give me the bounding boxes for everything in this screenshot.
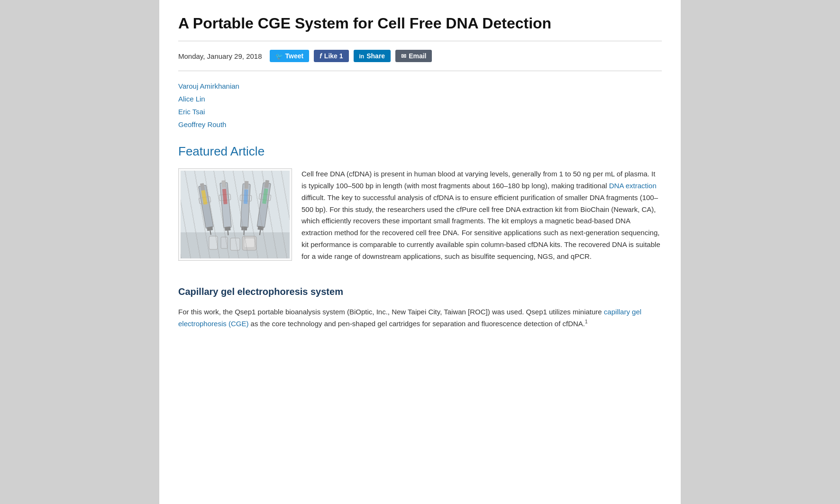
- svg-rect-21: [265, 180, 269, 188]
- capillary-footnote: 1: [585, 319, 588, 324]
- capillary-paragraph: For this work, the Qsep1 portable bioana…: [178, 306, 662, 330]
- svg-rect-27: [221, 237, 228, 248]
- svg-rect-26: [209, 236, 218, 249]
- svg-line-17: [244, 230, 244, 235]
- capillary-section: Capillary gel electrophoresis system For…: [178, 284, 662, 330]
- author-link-1[interactable]: Varouj Amirkhanian: [178, 80, 662, 92]
- svg-rect-24: [259, 194, 271, 201]
- email-button[interactable]: Email: [395, 50, 432, 62]
- svg-rect-22: [257, 226, 264, 231]
- svg-rect-9: [221, 181, 226, 188]
- tweet-label: Tweet: [285, 52, 304, 60]
- article-title: A Portable CGE System for Cell Free DNA …: [178, 14, 662, 32]
- email-icon: [401, 52, 406, 60]
- svg-line-11: [228, 231, 228, 236]
- svg-rect-3: [200, 183, 205, 191]
- svg-rect-30: [245, 238, 254, 247]
- featured-body-2: difficult. The key to successful analysi…: [301, 193, 660, 260]
- svg-rect-0: [181, 171, 290, 258]
- svg-rect-13: [222, 189, 228, 205]
- featured-article-heading: Featured Article: [178, 144, 662, 159]
- capillary-body-1: For this work, the Qsep1 portable bioana…: [178, 308, 604, 316]
- linkedin-icon: [359, 52, 365, 60]
- capillary-heading: Capillary gel electrophoresis system: [178, 284, 662, 300]
- svg-rect-16: [241, 227, 247, 231]
- featured-content: Cell free DNA (cfDNA) is present in huma…: [178, 168, 662, 270]
- share-label: Share: [366, 52, 385, 60]
- svg-rect-19: [244, 190, 248, 204]
- svg-rect-28: [230, 238, 240, 250]
- article-image-svg: [181, 171, 290, 258]
- svg-rect-14: [240, 184, 250, 228]
- svg-rect-15: [245, 181, 249, 189]
- author-link-2[interactable]: Alice Lin: [178, 92, 662, 105]
- featured-body-1: Cell free DNA (cfDNA) is present in huma…: [301, 170, 655, 190]
- meta-row: Monday, January 29, 2018 Tweet Like 1 Sh…: [178, 50, 662, 62]
- author-link-4[interactable]: Geoffrey Routh: [178, 118, 662, 131]
- share-button[interactable]: Share: [354, 50, 391, 62]
- svg-line-23: [260, 230, 261, 235]
- page-container: A Portable CGE System for Cell Free DNA …: [159, 0, 681, 504]
- svg-rect-20: [257, 183, 271, 228]
- svg-line-5: [210, 231, 211, 235]
- divider-1: [178, 41, 662, 41]
- like-button[interactable]: Like 1: [314, 50, 348, 62]
- svg-rect-25: [262, 189, 268, 204]
- svg-rect-10: [225, 227, 231, 231]
- svg-rect-7: [201, 190, 207, 205]
- svg-rect-29: [242, 236, 256, 250]
- email-label: Email: [409, 52, 426, 60]
- facebook-icon: [320, 52, 322, 60]
- svg-rect-12: [219, 194, 231, 201]
- svg-rect-8: [220, 183, 231, 228]
- svg-rect-2: [199, 185, 213, 229]
- tweet-button[interactable]: Tweet: [270, 50, 310, 62]
- featured-image: [181, 171, 290, 258]
- author-link-3[interactable]: Eric Tsai: [178, 105, 662, 118]
- like-label: Like 1: [324, 52, 343, 60]
- twitter-icon: [275, 52, 283, 60]
- svg-rect-18: [240, 195, 252, 202]
- dna-extraction-link[interactable]: DNA extraction: [609, 182, 657, 190]
- svg-rect-1: [181, 232, 290, 258]
- svg-rect-6: [199, 197, 211, 204]
- capillary-body-2: as the core technology and pen-shaped ge…: [248, 320, 585, 328]
- featured-image-wrapper: [178, 168, 292, 261]
- article-date: Monday, January 29, 2018: [178, 52, 262, 60]
- authors-section: Varouj Amirkhanian Alice Lin Eric Tsai G…: [178, 80, 662, 131]
- svg-rect-4: [207, 227, 213, 231]
- divider-2: [178, 71, 662, 71]
